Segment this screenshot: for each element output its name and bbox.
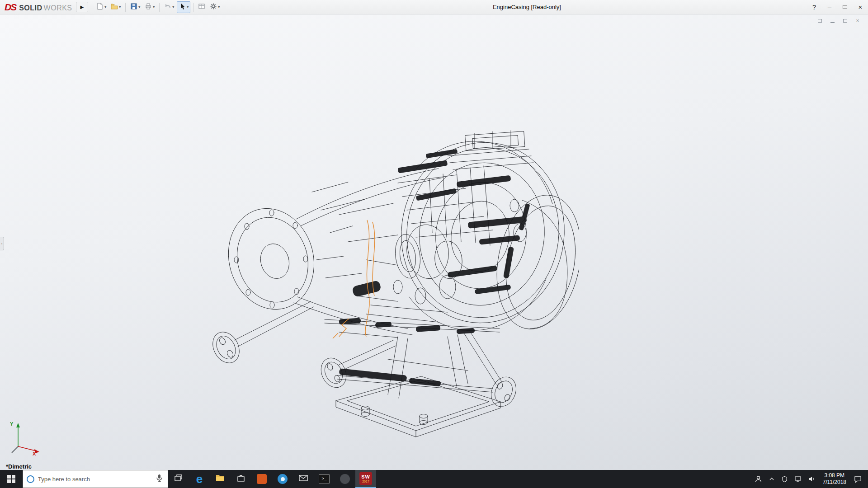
- app-orange-button[interactable]: [251, 470, 272, 488]
- action-center-button[interactable]: [851, 470, 865, 488]
- clock-time: 3:08 PM: [824, 472, 844, 479]
- select-arrow-icon: [179, 3, 186, 12]
- sheet-format-button[interactable]: [196, 1, 207, 13]
- undo-icon: [164, 3, 171, 12]
- windows-logo-icon: [7, 475, 15, 483]
- tray-overflow-button[interactable]: [765, 470, 778, 488]
- print-button[interactable]: ▾: [143, 1, 156, 13]
- edge-icon: e: [196, 473, 203, 485]
- logo-text-solid: SOLID: [19, 4, 42, 12]
- cortana-icon: [27, 475, 34, 483]
- open-dropdown[interactable]: ▾: [119, 5, 121, 9]
- document-window-controls: ×: [816, 17, 862, 24]
- shield-icon: [781, 476, 788, 483]
- solidworks-icon-year: 2017: [362, 480, 369, 483]
- mail-button[interactable]: [293, 470, 314, 488]
- taskbar-clock[interactable]: 3:08 PM 7/11/2018: [818, 470, 851, 488]
- toolbar-separator: [125, 3, 126, 12]
- open-icon: [111, 3, 118, 12]
- search-input[interactable]: [38, 476, 151, 483]
- notification-icon: [854, 475, 862, 483]
- window-menu-icon: [818, 19, 822, 23]
- microphone-icon[interactable]: [154, 473, 164, 485]
- app-blue-button[interactable]: [272, 470, 293, 488]
- select-tool-dropdown[interactable]: ▾: [187, 5, 189, 9]
- help-button[interactable]: ?: [807, 0, 822, 14]
- app-dark-icon: [340, 474, 350, 484]
- solidworks-logo: DS SOLID WORKS: [0, 2, 76, 13]
- toolbar-separator: [159, 3, 160, 12]
- clock-date: 7/11/2018: [823, 479, 847, 486]
- solidworks-icon-text: SW: [361, 474, 370, 479]
- document-title: EngineCasing [Read-only]: [493, 4, 561, 10]
- app-blue-icon: [278, 474, 288, 484]
- new-document-icon: [96, 3, 104, 12]
- mail-icon: [298, 473, 308, 485]
- network-tray-button[interactable]: [791, 470, 805, 488]
- person-icon: [755, 475, 762, 483]
- doc-minimize-button[interactable]: [828, 17, 836, 24]
- view-orientation-label: *Dimetric: [6, 463, 32, 470]
- new-document-button[interactable]: ▾: [94, 1, 108, 13]
- graphics-viewport[interactable]: × ‹: [0, 14, 868, 470]
- file-explorer-button[interactable]: [210, 470, 231, 488]
- undo-button[interactable]: ▾: [162, 1, 176, 13]
- volume-tray-button[interactable]: [805, 470, 818, 488]
- undo-dropdown[interactable]: ▾: [172, 5, 174, 9]
- file-explorer-icon: [215, 473, 225, 485]
- new-document-dropdown[interactable]: ▾: [104, 5, 106, 9]
- select-tool-button[interactable]: ▾: [177, 1, 190, 13]
- maximize-button[interactable]: [837, 0, 853, 14]
- people-button[interactable]: [751, 470, 765, 488]
- app-dark-button[interactable]: [335, 470, 355, 488]
- wireframe-model: [203, 124, 579, 441]
- minimize-button[interactable]: –: [822, 0, 837, 14]
- system-tray: 3:08 PM 7/11/2018: [751, 470, 868, 488]
- triad-y-label: Y: [10, 421, 13, 427]
- options-dropdown[interactable]: ▾: [218, 5, 220, 9]
- triad-x-label: X: [33, 451, 36, 456]
- start-button[interactable]: [0, 470, 23, 488]
- store-icon: [236, 474, 245, 484]
- store-button[interactable]: [231, 470, 251, 488]
- task-view-button[interactable]: [168, 470, 189, 488]
- taskbar: e >_ SW 2017: [0, 470, 868, 488]
- doc-close-button[interactable]: ×: [854, 17, 862, 24]
- gear-icon: [210, 3, 217, 12]
- solidworks-icon: SW 2017: [359, 472, 372, 485]
- speaker-icon: [808, 475, 815, 483]
- quick-access-toolbar: ▾ ▾ ▾ ▾ ▾: [94, 1, 222, 13]
- logo-text-works: WORKS: [44, 4, 72, 12]
- menu-flyout-arrow[interactable]: ▶: [76, 2, 89, 12]
- ds-logo-icon: DS: [5, 2, 16, 13]
- save-button[interactable]: ▾: [128, 1, 142, 13]
- task-view-icon: [174, 474, 183, 484]
- options-button[interactable]: ▾: [208, 1, 222, 13]
- security-tray-button[interactable]: [778, 470, 791, 488]
- toolbar-separator: [193, 3, 193, 12]
- solidworks-taskbar-button[interactable]: SW 2017: [355, 470, 376, 488]
- chevron-up-icon: [769, 476, 775, 482]
- taskbar-search[interactable]: [23, 470, 168, 488]
- doc-restore-button[interactable]: [841, 17, 849, 24]
- save-icon: [130, 3, 137, 12]
- save-dropdown[interactable]: ▾: [138, 5, 140, 9]
- edge-button[interactable]: e: [189, 470, 210, 488]
- titlebar: DS SOLID WORKS ▶ ▾ ▾ ▾ ▾: [0, 0, 868, 14]
- feature-manager-collapse-tab[interactable]: ‹: [0, 237, 4, 250]
- network-icon: [794, 475, 802, 483]
- terminal-button[interactable]: >_: [314, 470, 335, 488]
- doc-restore-icon: [843, 19, 847, 23]
- open-button[interactable]: ▾: [109, 1, 123, 13]
- print-icon: [145, 3, 152, 12]
- show-desktop-button[interactable]: [865, 470, 868, 488]
- app-orange-icon: [257, 474, 267, 484]
- doc-window-menu-button[interactable]: [816, 17, 824, 24]
- close-button[interactable]: ×: [853, 0, 868, 14]
- terminal-icon: >_: [319, 474, 330, 483]
- maximize-icon: [843, 5, 847, 9]
- sheet-format-icon: [198, 3, 205, 12]
- window-controls: ? – ×: [807, 0, 868, 14]
- doc-minimize-icon: [830, 22, 835, 23]
- print-dropdown[interactable]: ▾: [153, 5, 155, 9]
